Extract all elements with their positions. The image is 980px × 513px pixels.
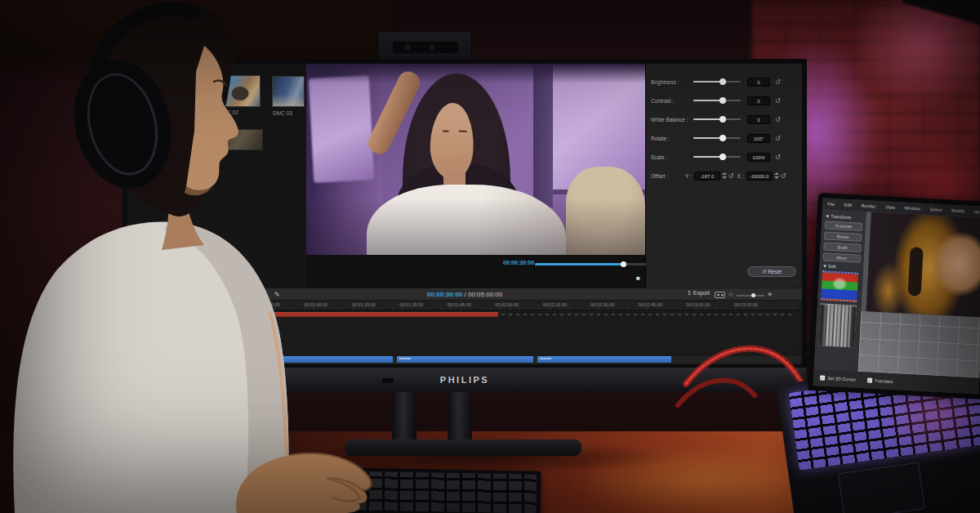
offset-y-label: Y :	[685, 173, 692, 179]
caption-icon[interactable]	[715, 292, 725, 298]
edit-panel-title[interactable]: ▼ Edit	[822, 263, 861, 270]
brightness-label: Brightness :	[651, 79, 693, 85]
checkbox-icon[interactable]: ✓	[820, 375, 825, 380]
timeline-zoom-slider[interactable]	[737, 295, 764, 297]
monitor-stand-leg	[448, 392, 472, 446]
contrast-value[interactable]: 0	[747, 96, 770, 105]
reset-icon[interactable]: ↺	[775, 116, 781, 123]
adjust-row-offset: Offset : Y : -187.0 ↺ X : -10000.0 ↺	[651, 170, 802, 181]
transform-button[interactable]: Scale	[823, 242, 861, 252]
menu-item[interactable]: Modify	[951, 208, 964, 214]
preview-panel: 00:00:30:00 00:05:00:00 ■ ◂ ▶ ▸ ◖ ✱	[306, 64, 645, 288]
chin-sensor	[382, 378, 394, 383]
offset-x-label: X :	[737, 173, 744, 179]
laptop-trackpad[interactable]	[838, 462, 925, 513]
webcam-lens-bar	[393, 42, 458, 53]
ruler-timecode: 00:02:15:00	[531, 301, 579, 310]
laptop-display: FileEditRenderViewWindowSelectModifyHelp…	[813, 198, 980, 394]
brightness-value[interactable]: 0	[747, 78, 770, 87]
track-clip-blue[interactable]	[537, 356, 671, 363]
menu-item[interactable]: Help	[974, 209, 980, 215]
reset-icon[interactable]: ↺	[775, 97, 781, 105]
contrast-label: Contrast :	[651, 98, 693, 104]
ruler-timecode: 00:03:00:00	[675, 301, 723, 310]
zoom-in-icon[interactable]: ◈	[768, 291, 772, 297]
stepper-icon[interactable]	[774, 172, 779, 180]
export-button[interactable]: ↥ Export	[687, 290, 710, 297]
transform-button[interactable]: Translate	[825, 221, 862, 230]
transform-button[interactable]: Rotate	[824, 231, 862, 241]
white-balance-value[interactable]: 0	[747, 115, 770, 124]
contrast-slider[interactable]	[693, 100, 741, 101]
stepper-icon[interactable]	[722, 172, 727, 180]
viewport-grid-floor	[858, 311, 980, 378]
ruler-timecode: 00:01:30:00	[388, 301, 436, 310]
white-balance-label: White Balance :	[651, 117, 693, 123]
video-vignette	[306, 64, 645, 255]
offset-label: Offset :	[651, 173, 685, 179]
ruler-timecode: 00:01:45:00	[435, 301, 483, 310]
rotate-label: Rotate :	[651, 136, 693, 141]
webcam-main-lens	[429, 44, 435, 51]
reset-icon: ↺	[762, 269, 766, 274]
preview-current-time: 00:00:30:00	[503, 260, 534, 265]
video-preview[interactable]	[306, 64, 645, 255]
brand-logo: PHILIPS	[440, 375, 489, 385]
zoom-out-icon[interactable]: ◇	[728, 291, 733, 297]
reset-button-label: Reset	[768, 269, 782, 274]
transform-button[interactable]: Mirror	[823, 252, 861, 262]
checkbox-icon[interactable]: ✓	[867, 377, 872, 382]
ruler-timecode: 00:02:45:00	[626, 301, 675, 310]
track-clip-blue[interactable]	[397, 356, 533, 363]
menu-item[interactable]: Edit	[844, 203, 852, 207]
timecode-separator: /	[462, 291, 468, 298]
reset-button[interactable]: ↺ Reset	[747, 266, 796, 277]
rotate-value[interactable]: 100°	[747, 134, 770, 143]
adjust-row-brightness: Brightness : 0 ↺	[651, 76, 802, 87]
adjust-panel: Brightness : 0 ↺ Contrast : 0 ↺ White Ba…	[646, 64, 802, 288]
scale-value[interactable]: 100%	[747, 153, 770, 162]
rotate-slider[interactable]	[693, 137, 741, 139]
stop-button[interactable]: ■	[636, 274, 640, 282]
reset-icon[interactable]: ↺	[728, 172, 734, 180]
export-label: Export	[693, 290, 710, 296]
white-balance-slider[interactable]	[693, 118, 741, 120]
transform-panel-title[interactable]: ▼ Transform	[825, 213, 863, 220]
monitor-stand-leg	[392, 392, 416, 446]
menu-item[interactable]: Render	[861, 203, 875, 209]
adjust-row-white-balance: White Balance : 0 ↺	[651, 114, 802, 125]
menu-item[interactable]: File	[827, 202, 835, 207]
timecode-current: 00:00:30:00	[427, 291, 463, 298]
offset-x-value[interactable]: -10000.0	[746, 172, 773, 181]
reset-icon[interactable]: ↺	[781, 172, 786, 180]
saxophone-photo	[866, 212, 980, 317]
reset-icon[interactable]: ↺	[775, 78, 781, 86]
adjust-row-contrast: Contrast : 0 ↺	[651, 95, 802, 106]
brightness-slider[interactable]	[693, 81, 741, 83]
timecode-total: 00:05:00:00	[468, 291, 502, 298]
reset-icon[interactable]: ↺	[775, 135, 781, 142]
status-set-3d-cursor[interactable]: ✓Set 3D Cursor	[820, 375, 856, 381]
color-scope-image	[821, 270, 858, 301]
menu-item[interactable]: Window	[904, 206, 920, 212]
ruler-timecode: 00:03:15:00	[722, 301, 770, 310]
scene: DMC 02 DMC 03	[0, 0, 980, 513]
zoom-slider-handle[interactable]	[751, 293, 755, 297]
seek-handle[interactable]	[621, 261, 626, 267]
seek-fill	[535, 263, 623, 265]
ruler-timecode: 00:01:15:00	[340, 301, 388, 310]
status-label: Translate	[875, 378, 893, 384]
offset-y-value[interactable]: -187.0	[694, 172, 720, 181]
status-translate[interactable]: ✓Translate	[867, 377, 893, 384]
export-icon: ↥	[687, 290, 692, 296]
track-ticks	[501, 314, 792, 315]
ruler-timecode: 00:02:00:00	[483, 301, 532, 310]
scale-slider[interactable]	[693, 156, 741, 158]
scale-label: Scale :	[651, 154, 693, 160]
status-label: Set 3D Cursor	[827, 376, 856, 382]
menu-item[interactable]: View	[885, 204, 895, 210]
menu-item[interactable]: Select	[929, 207, 942, 212]
laptop-viewport[interactable]	[858, 212, 980, 378]
transform-buttons: TranslateRotateScaleMirror	[822, 221, 863, 262]
reset-icon[interactable]: ↺	[775, 154, 781, 161]
